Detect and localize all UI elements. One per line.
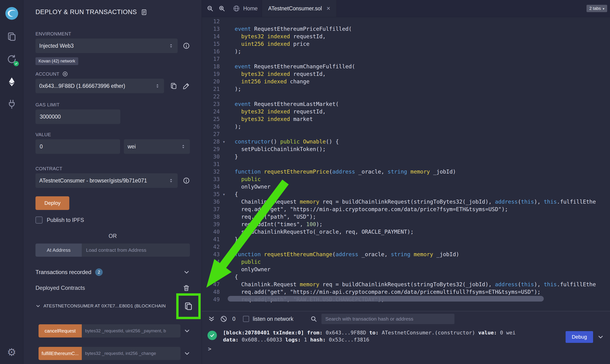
scrollbar-thumb[interactable] xyxy=(228,296,544,301)
tab-home[interactable]: Home xyxy=(229,0,262,17)
tab-atestnetconsumer[interactable]: ATestnetConsumer.sol × xyxy=(262,0,336,17)
stepper-icon xyxy=(168,177,174,184)
instance-header[interactable]: ATESTNETCONSUMER AT 0X7E7...E80D1 (BLOCK… xyxy=(43,303,166,309)
annotation-highlight-box xyxy=(176,293,201,319)
publish-ipfs-checkbox[interactable] xyxy=(36,217,42,223)
log-expand-chevron-icon[interactable] xyxy=(597,334,604,340)
terminal-search-input[interactable] xyxy=(321,314,454,324)
code-line: 47 Chainlink.Request memory req = buildC… xyxy=(202,281,610,288)
search-icon xyxy=(310,315,317,323)
pending-transactions-count: 0 xyxy=(232,316,236,322)
code-line: 25 bytes32 indexed market xyxy=(202,115,610,123)
transactions-chevron-down-icon[interactable] xyxy=(183,269,190,275)
code-line: 17 xyxy=(202,55,610,63)
solidity-compiler-icon[interactable] xyxy=(5,52,18,66)
copy-instance-address-icon[interactable] xyxy=(184,302,193,311)
code-line: 19 bytes32 indexed requestId, xyxy=(202,70,610,78)
account-label: ACCOUNT xyxy=(36,71,59,77)
code-lines: 1213 event RequestEthereumPriceFulfilled… xyxy=(202,18,610,303)
code-line: 38 req.add("path", "USD"); xyxy=(202,213,610,221)
code-line: 12 xyxy=(202,18,610,25)
add-account-icon[interactable] xyxy=(62,71,68,77)
panel-title: DEPLOY & RUN TRANSACTIONS xyxy=(36,8,137,16)
gas-limit-input[interactable] xyxy=(36,109,120,124)
horizontal-scrollbar[interactable] xyxy=(228,296,544,301)
fulfill-ethereum-change-params-input[interactable] xyxy=(82,347,180,360)
code-line: 36 Chainlink.Request memory req = buildC… xyxy=(202,198,610,206)
environment-label: ENVIRONMENT xyxy=(36,31,190,37)
code-line: 48 req.add("get", "https://min-api.crypt… xyxy=(202,288,610,296)
code-line: 23 event RequestEthereumLastMarket( xyxy=(202,100,610,108)
code-line: 45 onlyOwner xyxy=(202,266,610,273)
code-line: 32 function requestEthereumPrice(address… xyxy=(202,168,610,175)
deploy-and-run-icon[interactable] xyxy=(5,75,18,88)
account-value: 0x643...9F88D (1.666673996 ether) xyxy=(39,83,125,89)
code-line: 43 function requestEthereumChange(addres… xyxy=(202,251,610,258)
value-input[interactable] xyxy=(36,139,120,154)
tab-home-label: Home xyxy=(243,5,258,12)
cancel-request-params-input[interactable] xyxy=(82,324,180,338)
network-badge: Kovan (42) network xyxy=(36,57,78,65)
documentation-icon[interactable] xyxy=(141,9,147,15)
function-row: fulfillEthereumC... xyxy=(36,347,190,360)
edit-account-icon[interactable] xyxy=(183,82,190,90)
at-address-input[interactable] xyxy=(82,244,190,257)
stepper-icon xyxy=(155,82,160,90)
cancel-request-button[interactable]: cancelRequest xyxy=(39,324,82,338)
transaction-log-entry[interactable]: [block:20780401 txIndex:0] from: 0x643..… xyxy=(202,329,610,343)
environment-select[interactable]: Injected Web3 xyxy=(36,39,178,53)
fulfill-ethereum-change-button[interactable]: fulfillEthereumC... xyxy=(39,347,82,360)
code-line: 37 req.add("get", "https://min-api.crypt… xyxy=(202,206,610,213)
code-line: 29 setPublicChainlinkToken(); xyxy=(202,145,610,153)
instance-chevron-down-icon[interactable] xyxy=(36,303,41,309)
log-line-1: [block:20780401 txIndex:0] from: 0x643..… xyxy=(223,329,516,336)
function-expand-chevron-icon[interactable] xyxy=(184,350,190,357)
code-line: 26 ); xyxy=(202,123,610,130)
account-select[interactable]: 0x643...9F88D (1.666673996 ether) xyxy=(36,79,164,93)
contract-select[interactable]: ATestnetConsumer - browser/gists/9b71e07… xyxy=(36,173,178,188)
contract-info-icon[interactable] xyxy=(183,177,190,184)
clear-instances-trash-icon[interactable] xyxy=(183,284,190,291)
code-line: 35▾ { xyxy=(202,190,610,198)
code-line: 40 sendChainlinkRequestTo(_oracle, req, … xyxy=(202,228,610,235)
code-line: 39 req.addInt("times", 100); xyxy=(202,221,610,228)
at-address-button[interactable]: At Address xyxy=(36,244,82,257)
close-tab-icon[interactable]: × xyxy=(327,5,330,12)
file-explorer-icon[interactable] xyxy=(5,30,18,43)
remix-logo xyxy=(4,6,19,21)
clear-console-icon[interactable] xyxy=(220,315,227,323)
code-line: 21 ); xyxy=(202,85,610,93)
expand-terminal-double-chevron-icon[interactable] xyxy=(208,315,215,323)
zoom-out-icon[interactable] xyxy=(207,5,213,12)
listen-on-network-checkbox[interactable] xyxy=(243,316,249,322)
deployed-contracts-label: Deployed Contracts xyxy=(36,285,85,291)
editor-tabbar: Home ATestnetConsumer.sol × 2 tabs ▾ xyxy=(202,0,610,17)
function-expand-chevron-icon[interactable] xyxy=(184,328,190,334)
home-tab-icon xyxy=(233,5,240,12)
terminal-toolbar: 0 listen on network xyxy=(202,312,610,326)
plugin-manager-icon[interactable] xyxy=(5,98,18,111)
deploy-button[interactable]: Deploy xyxy=(36,196,69,210)
environment-info-icon[interactable] xyxy=(183,42,190,49)
environment-value: Injected Web3 xyxy=(39,43,74,49)
debug-button[interactable]: Debug xyxy=(566,331,593,343)
code-line: 18 event RequestEthereumChangeFulfilled( xyxy=(202,63,610,70)
settings-gear-icon[interactable]: ⚙ xyxy=(7,347,16,357)
stepper-icon xyxy=(180,143,186,150)
code-line: 30 } xyxy=(202,153,610,160)
tabs-count-dropdown[interactable]: 2 tabs ▾ xyxy=(586,5,607,12)
gas-limit-label: GAS LIMIT xyxy=(36,102,190,107)
stepper-icon xyxy=(168,42,174,50)
code-line: 28▾ constructor() public Ownable() { xyxy=(202,138,610,145)
icon-panel: ⚙ xyxy=(0,0,24,364)
zoom-in-icon[interactable] xyxy=(218,5,225,12)
chevron-down-icon: ▾ xyxy=(603,7,604,10)
terminal-prompt[interactable]: > xyxy=(202,346,610,352)
code-line: 31 xyxy=(202,160,610,168)
code-line: 42 xyxy=(202,243,610,251)
value-unit-select[interactable]: wei xyxy=(124,139,190,154)
code-editor[interactable]: 1213 event RequestEthereumPriceFulfilled… xyxy=(202,17,610,311)
code-line: 33 public xyxy=(202,175,610,183)
contract-instance-row: ATESTNETCONSUMER AT 0X7E7...E80D1 (BLOCK… xyxy=(36,297,190,315)
copy-account-icon[interactable] xyxy=(170,82,177,90)
